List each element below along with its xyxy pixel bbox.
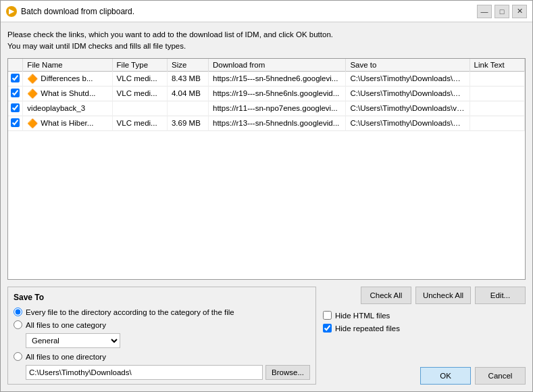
row-filename: 🔶Differences b... [23, 71, 112, 86]
col-filetype: File Type [112, 59, 167, 72]
radio-by-category-row: Every file to the directory according to… [14, 308, 310, 316]
window-title: Batch download from clipboard. [21, 7, 477, 16]
row-checkbox-cell [8, 101, 23, 116]
col-download-from: Download from [209, 59, 346, 72]
row-checkbox-cell [8, 116, 23, 130]
radio-one-category[interactable] [14, 320, 22, 329]
window-controls: — □ ✕ [477, 5, 527, 18]
row-download-from: https://r15---sn-5hnedne6.googlevi... [209, 71, 346, 86]
title-bar: ▶ Batch download from clipboard. — □ ✕ [1, 1, 532, 22]
hide-repeated-row: Hide repeated files [323, 324, 526, 333]
row-checkbox[interactable] [11, 118, 20, 127]
radio-one-directory-row: All files to one directory [14, 352, 310, 361]
radio-one-directory[interactable] [14, 352, 22, 361]
row-size [167, 101, 208, 116]
row-size: 3.69 MB [167, 116, 208, 130]
filename-text: videoplayback_3 [27, 104, 85, 112]
table-row: 🔶Differences b...VLC medi...8.43 MBhttps… [8, 71, 525, 86]
ok-button[interactable]: OK [420, 367, 471, 385]
files-table: File Name File Type Size Download from S… [8, 59, 525, 131]
row-save-to: C:\Users\Timothy\Downloads\Video\... [346, 116, 469, 130]
row-download-from: https://r13---sn-5hnednls.googlevid... [209, 116, 346, 130]
col-filename: File Name [23, 59, 112, 72]
row-download-from: https://r19---sn-5hne6nls.googlevid... [209, 86, 346, 101]
radio-by-category[interactable] [14, 308, 22, 316]
close-button[interactable]: ✕ [512, 5, 527, 18]
hide-repeated-label: Hide repeated files [335, 324, 400, 333]
filename-text: What is Shutd... [41, 89, 95, 97]
table-row: 🔶What is Shutd...VLC medi...4.04 MBhttps… [8, 86, 525, 101]
hide-html-row: Hide HTML files [323, 311, 526, 320]
col-link-text: Link Text [469, 59, 524, 72]
cancel-button[interactable]: Cancel [475, 367, 526, 385]
uncheck-all-button[interactable]: Uncheck All [415, 287, 471, 304]
table-header-row: File Name File Type Size Download from S… [8, 59, 525, 72]
directory-row: Browse... [26, 365, 310, 380]
radio-one-category-label: All files to one category [26, 321, 106, 329]
row-filetype: VLC medi... [112, 116, 167, 130]
app-icon: ▶ [6, 6, 17, 17]
row-save-to: C:\Users\Timothy\Downloads\Video\... [346, 71, 469, 86]
directory-input[interactable] [26, 365, 263, 380]
hide-repeated-checkbox[interactable] [323, 324, 332, 333]
row-link-text [469, 101, 524, 116]
row-filename: 🔶What is Shutd... [23, 86, 112, 101]
row-checkbox[interactable] [11, 103, 20, 112]
bottom-section: Save To Every file to the directory acco… [7, 287, 526, 385]
row-filename: videoplayback_3 [23, 101, 112, 116]
minimize-button[interactable]: — [477, 5, 492, 18]
browse-button[interactable]: Browse... [265, 365, 310, 380]
row-checkbox[interactable] [11, 89, 20, 97]
row-checkbox-cell [8, 71, 23, 86]
description-text: Please check the links, which you want t… [7, 29, 526, 53]
row-link-text [469, 71, 524, 86]
col-checkbox [8, 59, 23, 72]
hide-html-label: Hide HTML files [335, 312, 390, 320]
table-row: videoplayback_3https://r11---sn-npo7enes… [8, 101, 525, 116]
col-save-to: Save to [346, 59, 469, 72]
radio-by-category-label: Every file to the directory according to… [26, 308, 234, 316]
radio-one-category-row: All files to one category [14, 320, 310, 329]
check-all-button[interactable]: Check All [361, 287, 411, 304]
hide-html-checkbox[interactable] [323, 311, 332, 320]
row-size: 4.04 MB [167, 86, 208, 101]
row-filename: 🔶What is Hiber... [23, 116, 112, 130]
vlc-icon: 🔶 [27, 89, 38, 99]
row-filetype [112, 101, 167, 116]
radio-one-directory-label: All files to one directory [26, 353, 106, 361]
save-to-panel: Save To Every file to the directory acco… [7, 287, 316, 385]
row-checkbox[interactable] [11, 74, 20, 82]
row-download-from: https://r11---sn-npo7enes.googlevi... [209, 101, 346, 116]
ok-cancel-row: OK Cancel [323, 367, 526, 385]
col-size: Size [167, 59, 208, 72]
save-to-title: Save To [14, 293, 310, 302]
row-size: 8.43 MB [167, 71, 208, 86]
files-table-container: File Name File Type Size Download from S… [7, 58, 526, 280]
category-select-row: General [26, 333, 310, 348]
table-row: 🔶What is Hiber...VLC medi...3.69 MBhttps… [8, 116, 525, 130]
row-filetype: VLC medi... [112, 86, 167, 101]
right-panel: Check All Uncheck All Edit... Hide HTML … [323, 287, 526, 385]
maximize-button[interactable]: □ [494, 5, 509, 18]
row-filetype: VLC medi... [112, 71, 167, 86]
main-content: Please check the links, which you want t… [1, 22, 532, 391]
vlc-icon: 🔶 [27, 74, 38, 84]
edit-button[interactable]: Edit... [475, 287, 526, 304]
filename-text: Differences b... [41, 74, 93, 82]
vlc-icon: 🔶 [27, 118, 38, 128]
row-link-text [469, 86, 524, 101]
checkbox-options: Hide HTML files Hide repeated files [323, 311, 526, 333]
filename-text: What is Hiber... [41, 119, 93, 127]
row-save-to: C:\Users\Timothy\Downloads\Video\... [346, 86, 469, 101]
row-link-text [469, 116, 524, 130]
category-select[interactable]: General [26, 333, 120, 348]
row-checkbox-cell [8, 86, 23, 101]
main-window: ▶ Batch download from clipboard. — □ ✕ P… [0, 0, 533, 392]
row-save-to: C:\Users\Timothy\Downloads\videop... [346, 101, 469, 116]
action-buttons: Check All Uncheck All Edit... [323, 287, 526, 304]
